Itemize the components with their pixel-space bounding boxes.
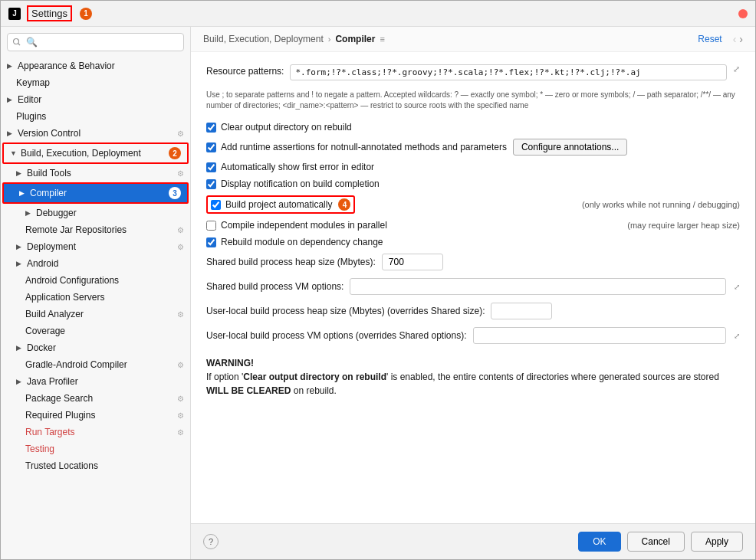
footer: ? OK Cancel Apply	[191, 523, 755, 559]
sidebar-item-version-control[interactable]: ▶ Version Control ⚙	[1, 125, 190, 142]
sidebar-item-keymap[interactable]: Keymap	[1, 74, 190, 91]
app-logo: J	[8, 8, 21, 20]
sidebar-item-label: Version Control	[18, 128, 171, 139]
gear-icon: ⚙	[177, 428, 184, 437]
sidebar-item-remote-jar[interactable]: Remote Jar Repositories ⚙	[1, 221, 190, 238]
sidebar-item-label: Editor	[18, 94, 184, 105]
sidebar-item-label: Deployment	[27, 241, 171, 252]
main-content: ▶ Appearance & Behavior Keymap ▶ Editor …	[1, 27, 755, 559]
sidebar-item-label: Testing	[25, 444, 184, 454]
warning-text: If option 'Clear output directory on reb…	[206, 370, 740, 398]
sidebar-badge: 2	[169, 147, 181, 159]
sidebar: ▶ Appearance & Behavior Keymap ▶ Editor …	[1, 27, 191, 559]
sidebar-item-appearance[interactable]: ▶ Appearance & Behavior	[1, 57, 190, 74]
sidebar-item-label: Android	[27, 258, 184, 269]
sidebar-item-android[interactable]: ▶ Android	[1, 255, 190, 272]
runtime-assertions-checkbox-row: Add runtime assertions for notnull-annot…	[206, 142, 507, 152]
nav-arrows: ‹ ›	[733, 33, 743, 45]
sidebar-item-label: Debugger	[36, 208, 184, 218]
expand-icon: ▶	[25, 209, 33, 217]
checkbox-label: Rebuild module on dependency change	[221, 237, 383, 247]
sidebar-item-debugger[interactable]: ▶ Debugger	[1, 205, 190, 221]
runtime-assertions-row: Add runtime assertions for notnull-annot…	[206, 139, 740, 156]
gear-icon: ⚙	[177, 395, 184, 403]
configure-annotations-button[interactable]: Configure annotations...	[513, 139, 627, 156]
sidebar-item-gradle-android[interactable]: Gradle-Android Compiler ⚙	[1, 356, 190, 373]
expand-icon: ▼	[10, 149, 18, 157]
search-input[interactable]	[7, 33, 184, 51]
sidebar-item-trusted-locations[interactable]: Trusted Locations	[1, 457, 190, 474]
sidebar-item-label: Trusted Locations	[25, 460, 184, 471]
build-automatically-note: (only works while not running / debuggin…	[567, 200, 740, 209]
sidebar-item-java-profiler[interactable]: ▶ Java Profiler	[1, 373, 190, 390]
reset-link[interactable]: Reset	[698, 34, 721, 44]
sidebar-item-label: Java Profiler	[27, 376, 184, 387]
heap-size-input[interactable]	[382, 254, 443, 270]
sidebar-item-build-execution[interactable]: ▼ Build, Execution, Deployment 2	[4, 144, 187, 162]
build-automatically-row: Build project automatically 4 (only work…	[206, 195, 740, 214]
sidebar-item-compiler[interactable]: ▶ Compiler 3	[4, 184, 187, 202]
sidebar-item-label: Coverage	[25, 326, 184, 336]
resource-patterns-input[interactable]: *.form;!?*.class;!?*.groovy;!?*.scala;!?…	[290, 64, 727, 80]
ok-button[interactable]: OK	[578, 532, 620, 552]
user-vm-row: User-local build process VM options (ove…	[206, 327, 740, 344]
display-notification-row: Display notification on build completion	[206, 178, 740, 189]
sidebar-item-label: Required Plugins	[25, 410, 171, 421]
user-heap-input[interactable]	[491, 303, 552, 319]
checkbox-clear-output: Clear output directory on rebuild	[206, 122, 740, 133]
vm-options-input[interactable]	[350, 278, 726, 295]
gear-icon: ⚙	[177, 310, 184, 319]
clear-output-checkbox[interactable]	[206, 123, 216, 133]
expand-vm-icon[interactable]: ⤢	[734, 283, 740, 291]
sidebar-item-coverage[interactable]: Coverage	[1, 323, 190, 339]
checkbox-label: Compile independent modules in parallel	[221, 220, 387, 231]
gear-icon: ⚙	[177, 169, 184, 178]
sidebar-item-build-tools[interactable]: ▶ Build Tools ⚙	[1, 165, 190, 182]
main-panel: Build, Execution, Deployment › Compiler …	[191, 27, 755, 559]
expand-input-icon[interactable]: ⤢	[733, 64, 740, 74]
show-first-error-checkbox[interactable]	[206, 162, 216, 172]
sidebar-item-plugins[interactable]: Plugins	[1, 108, 190, 125]
sidebar-item-docker[interactable]: ▶ Docker	[1, 339, 190, 356]
expand-icon: ▶	[16, 243, 24, 251]
sidebar-item-android-configs[interactable]: Android Configurations	[1, 272, 190, 289]
close-button[interactable]	[738, 9, 748, 18]
user-vm-label: User-local build process VM options (ove…	[206, 330, 467, 341]
runtime-assertions-checkbox[interactable]	[206, 142, 216, 152]
checkbox-label: Build project automatically	[225, 199, 332, 210]
build-automatically-checkbox[interactable]	[211, 200, 221, 210]
sidebar-item-label: Docker	[27, 342, 184, 353]
user-vm-input[interactable]	[473, 327, 727, 344]
resource-patterns-label: Resource patterns:	[206, 64, 284, 77]
sidebar-item-testing[interactable]: Testing	[1, 440, 190, 457]
sidebar-badge: 3	[169, 187, 181, 199]
gear-icon: ⚙	[177, 226, 184, 234]
compile-parallel-checkbox-row: Compile independent modules in parallel	[206, 220, 387, 231]
expand-icon: ▶	[7, 96, 15, 103]
nav-back-button[interactable]: ‹	[733, 33, 737, 45]
vm-options-row: Shared build process VM options: ⤢	[206, 278, 740, 295]
breadcrumb-path: Build, Execution, Deployment	[203, 34, 324, 44]
sidebar-item-required-plugins[interactable]: Required Plugins ⚙	[1, 407, 190, 424]
warning-title: WARNING!	[206, 356, 740, 370]
display-notification-checkbox[interactable]	[206, 179, 216, 189]
sidebar-item-editor[interactable]: ▶ Editor	[1, 91, 190, 108]
sidebar-item-build-analyzer[interactable]: Build Analyzer ⚙	[1, 306, 190, 323]
cancel-button[interactable]: Cancel	[627, 532, 685, 552]
rebuild-dependency-checkbox[interactable]	[206, 237, 216, 247]
apply-button[interactable]: Apply	[691, 532, 743, 552]
compile-parallel-checkbox[interactable]	[206, 221, 216, 231]
settings-window: J Settings 1 ▶ Appearance & Behavior Key…	[0, 0, 756, 560]
expand-icon: ▶	[7, 62, 15, 70]
expand-icon: ▶	[16, 378, 24, 385]
resource-patterns-row: Resource patterns: *.form;!?*.class;!?*.…	[206, 64, 740, 80]
nav-forward-button[interactable]: ›	[739, 33, 743, 45]
sidebar-item-deployment[interactable]: ▶ Deployment ⚙	[1, 238, 190, 255]
warning-cleared-text: WILL BE CLEARED	[206, 385, 291, 396]
sidebar-item-package-search[interactable]: Package Search ⚙	[1, 390, 190, 407]
expand-user-vm-icon[interactable]: ⤢	[734, 332, 740, 340]
sidebar-item-app-servers[interactable]: Application Servers	[1, 289, 190, 306]
sidebar-item-run-targets[interactable]: Run Targets ⚙	[1, 424, 190, 440]
breadcrumb-current: Compiler	[335, 34, 375, 44]
help-button[interactable]: ?	[203, 534, 219, 549]
